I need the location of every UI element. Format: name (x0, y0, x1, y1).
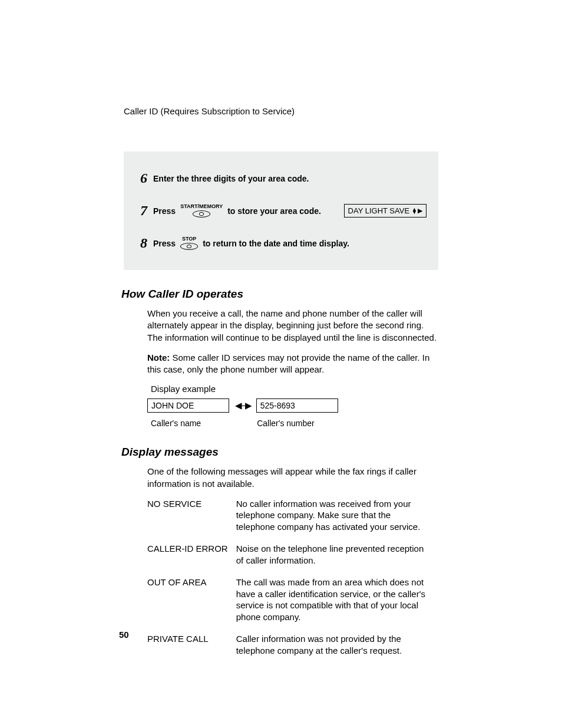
example-number-box: 525-8693 (256, 398, 338, 413)
steps-box: 6 Enter the three digits of your area co… (124, 151, 438, 270)
table-row: PRIVATE CALL Caller information was not … (147, 633, 438, 667)
caption-name: Caller's name (151, 419, 201, 428)
example-name-box: JOHN DOE (147, 398, 229, 413)
msg-key: NO SERVICE (147, 498, 236, 543)
msg-desc: Caller information was not provided by t… (236, 633, 438, 667)
display-example: JOHN DOE ◀─▶ 525-8693 (147, 398, 438, 413)
step-text-post: to return to the date and time display. (203, 239, 349, 248)
double-arrow-icon: ◀─▶ (229, 400, 256, 411)
note-text: Some caller ID services may not provide … (147, 353, 429, 374)
step-7: 7 Press START/MEMORY to store your area … (130, 195, 427, 227)
running-head: Caller ID (Requires Subscription to Serv… (124, 106, 438, 116)
msg-desc: No caller information was received from … (236, 498, 438, 543)
step-text-pre: Press (153, 239, 176, 248)
note-label: Note: (147, 353, 170, 363)
stop-key-icon: STOP (180, 236, 198, 250)
messages-table: NO SERVICE No caller information was rec… (147, 498, 438, 667)
step-number: 8 (130, 235, 147, 251)
step-6: 6 Enter the three digits of your area co… (130, 162, 427, 195)
display-example-label: Display example (151, 384, 438, 394)
heading-display-messages: Display messages (121, 446, 438, 459)
nav-arrows-icon: ▲▼▶ (412, 207, 422, 215)
table-row: CALLER-ID ERROR Noise on the telephone l… (147, 543, 438, 577)
heading-how-caller-id: How Caller ID operates (121, 288, 438, 301)
table-row: NO SERVICE No caller information was rec… (147, 498, 438, 543)
step-text-post: to store your area code. (227, 206, 321, 216)
start-memory-key-icon: START/MEMORY (180, 204, 223, 218)
paragraph: One of the following messages will appea… (147, 466, 438, 490)
msg-desc: Noise on the telephone line prevented re… (236, 543, 438, 577)
lcd-display: DAY LIGHT SAVE ▲▼▶ (344, 204, 427, 218)
step-text-pre: Press (153, 206, 176, 216)
paragraph: When you receive a call, the name and ph… (147, 308, 438, 344)
step-text: Enter the three digits of your area code… (153, 174, 309, 183)
msg-key: OUT OF AREA (147, 577, 236, 633)
caption-number: Caller's number (257, 419, 315, 428)
msg-key: PRIVATE CALL (147, 633, 236, 667)
msg-desc: The call was made from an area which doe… (236, 577, 438, 633)
step-number: 6 (130, 170, 147, 186)
note-paragraph: Note: Some caller ID services may not pr… (147, 352, 438, 376)
step-8: 8 Press STOP to return to the date and t… (130, 227, 427, 259)
table-row: OUT OF AREA The call was made from an ar… (147, 577, 438, 633)
page-number: 50 (119, 630, 129, 640)
msg-key: CALLER-ID ERROR (147, 543, 236, 577)
step-number: 7 (130, 203, 147, 219)
